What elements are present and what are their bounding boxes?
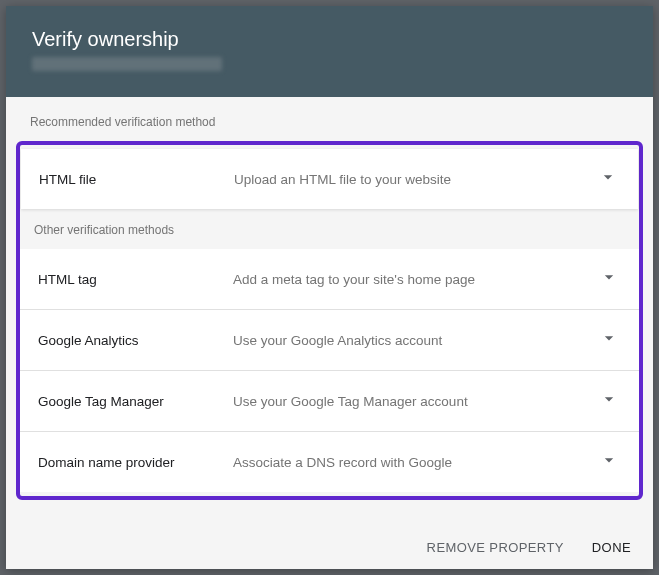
method-html-file[interactable]: HTML file Upload an HTML file to your we… <box>21 149 638 209</box>
dialog-header: Verify ownership <box>6 6 653 97</box>
other-methods-group: HTML tag Add a meta tag to your site's h… <box>20 249 639 492</box>
recommended-section-label: Recommended verification method <box>30 115 643 129</box>
chevron-down-icon <box>599 328 619 352</box>
method-desc: Add a meta tag to your site's home page <box>233 272 589 287</box>
other-section-label: Other verification methods <box>34 223 639 237</box>
method-name: Domain name provider <box>38 455 233 470</box>
method-desc: Associate a DNS record with Google <box>233 455 589 470</box>
method-google-tag-manager[interactable]: Google Tag Manager Use your Google Tag M… <box>20 371 639 432</box>
method-desc: Use your Google Tag Manager account <box>233 394 589 409</box>
remove-property-button[interactable]: REMOVE PROPERTY <box>427 540 564 555</box>
method-domain-name-provider[interactable]: Domain name provider Associate a DNS rec… <box>20 432 639 492</box>
verification-methods-highlight: HTML file Upload an HTML file to your we… <box>16 141 643 500</box>
method-name: Google Analytics <box>38 333 233 348</box>
chevron-down-icon <box>599 267 619 291</box>
dialog-content: Recommended verification method HTML fil… <box>6 97 653 528</box>
property-url-blurred <box>32 57 222 71</box>
method-google-analytics[interactable]: Google Analytics Use your Google Analyti… <box>20 310 639 371</box>
method-desc: Upload an HTML file to your website <box>234 172 588 187</box>
method-desc: Use your Google Analytics account <box>233 333 589 348</box>
method-name: HTML file <box>39 172 234 187</box>
dialog-footer: REMOVE PROPERTY DONE <box>6 528 653 569</box>
method-name: Google Tag Manager <box>38 394 233 409</box>
chevron-down-icon <box>598 167 618 191</box>
verify-ownership-dialog: Verify ownership Recommended verificatio… <box>6 6 653 569</box>
method-html-tag[interactable]: HTML tag Add a meta tag to your site's h… <box>20 249 639 310</box>
method-name: HTML tag <box>38 272 233 287</box>
done-button[interactable]: DONE <box>592 540 631 555</box>
chevron-down-icon <box>599 450 619 474</box>
chevron-down-icon <box>599 389 619 413</box>
dialog-title: Verify ownership <box>32 28 627 51</box>
